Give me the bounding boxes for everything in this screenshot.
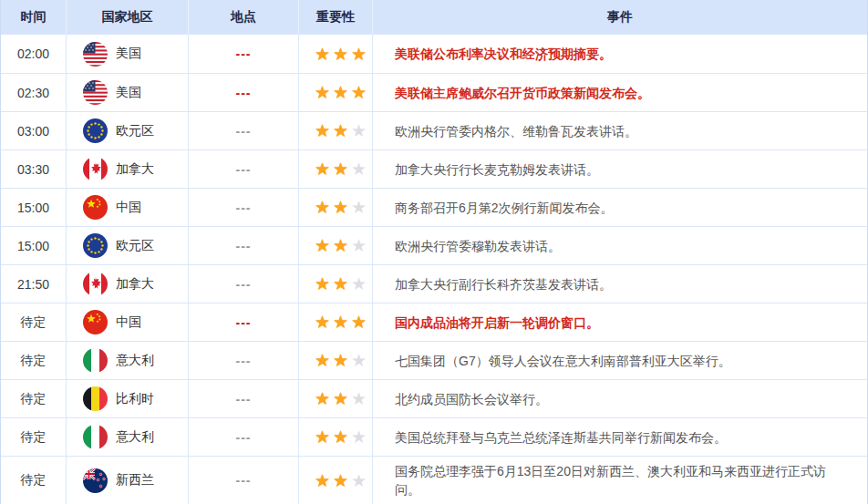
star-empty-icon: ★ (351, 472, 367, 489)
importance-stars: ★★★ (299, 35, 373, 73)
star-filled-icon: ★ (333, 122, 348, 139)
country-cell: 加拿大 (67, 265, 189, 303)
star-filled-icon: ★ (333, 199, 348, 216)
country-cell: 美国 (67, 74, 189, 111)
star-filled-icon: ★ (333, 160, 348, 178)
us-flag-icon (83, 42, 108, 67)
table-row: 02:30 美国 --- ★★★ 美联储主席鲍威尔召开货币政策新闻发布会。 (1, 73, 867, 111)
header-row: 时间 国家地区 地点 重要性 事件 (1, 0, 867, 35)
table-row: 待定 意大利 --- ★★★ 七国集团（G7）领导人会议在意大利南部普利亚大区举… (1, 341, 867, 379)
table-row: 21:50 加拿大 --- ★★★ 加拿大央行副行长科齐茨基发表讲话。 (1, 264, 867, 303)
event-time: 待定 (1, 342, 67, 379)
table-row: 15:00 中国 --- ★★★ 商务部召开6月第2次例行新闻发布会。 (1, 188, 867, 226)
ca-flag-icon (83, 157, 108, 181)
star-filled-icon: ★ (315, 122, 330, 139)
star-filled-icon: ★ (351, 314, 367, 331)
importance-stars: ★★★ (299, 418, 373, 456)
location-cell: --- (189, 342, 299, 379)
star-filled-icon: ★ (333, 314, 348, 331)
star-filled-icon: ★ (333, 84, 348, 101)
importance-stars: ★★★ (299, 265, 373, 303)
event-time: 15:00 (1, 227, 67, 264)
country-cell: 美国 (67, 35, 189, 73)
it-flag-icon (83, 348, 108, 373)
star-filled-icon: ★ (351, 46, 367, 63)
cn-flag-icon (83, 310, 108, 334)
star-filled-icon: ★ (315, 237, 330, 254)
table-row: 待定 新西兰 --- ★★★ 国务院总理李强于6月13日至20日对新西兰、澳大利… (1, 456, 867, 504)
star-filled-icon: ★ (315, 46, 330, 63)
country-cell: 欧元区 (67, 227, 189, 264)
event-time: 待定 (1, 457, 67, 504)
event-description: 加拿大央行行长麦克勒姆发表讲话。 (373, 150, 867, 188)
location-cell: --- (189, 457, 299, 504)
star-empty-icon: ★ (351, 428, 367, 446)
country-name: 意大利 (116, 353, 154, 369)
star-filled-icon: ★ (333, 275, 348, 293)
it-flag-icon (83, 425, 108, 449)
header-country: 国家地区 (67, 0, 189, 35)
nz-flag-icon (83, 468, 108, 493)
star-empty-icon: ★ (351, 352, 367, 369)
star-filled-icon: ★ (315, 275, 330, 293)
location-cell: --- (189, 227, 299, 264)
location-cell: --- (189, 112, 299, 149)
event-description: 北约成员国防长会议举行。 (373, 380, 867, 417)
header-location: 地点 (189, 0, 299, 35)
cn-flag-icon (83, 195, 108, 220)
event-description: 国务院总理李强于6月13日至20日对新西兰、澳大利亚和马来西亚进行正式访问。 (373, 457, 867, 504)
star-filled-icon: ★ (333, 472, 348, 489)
table-row: 待定 中国 --- ★★★ 国内成品油将开启新一轮调价窗口。 (1, 303, 867, 341)
importance-stars: ★★★ (299, 457, 373, 504)
location-cell: --- (189, 380, 299, 417)
star-filled-icon: ★ (333, 390, 348, 407)
eu-flag-icon (83, 233, 108, 258)
country-cell: 欧元区 (67, 112, 189, 149)
star-filled-icon: ★ (315, 428, 330, 446)
event-description: 商务部召开6月第2次例行新闻发布会。 (373, 189, 867, 226)
star-filled-icon: ★ (333, 428, 348, 446)
importance-stars: ★★★ (299, 342, 373, 379)
table-body: 02:00 美国 --- ★★★ 美联储公布利率决议和经济预期摘要。 02:30… (1, 35, 867, 504)
location-cell: --- (189, 35, 299, 73)
country-cell: 新西兰 (67, 457, 189, 504)
country-name: 欧元区 (116, 238, 154, 254)
star-filled-icon: ★ (333, 352, 348, 369)
be-flag-icon (83, 386, 108, 411)
location-cell: --- (189, 303, 299, 341)
event-time: 待定 (1, 380, 67, 417)
star-filled-icon: ★ (333, 237, 348, 254)
country-cell: 意大利 (67, 342, 189, 379)
country-cell: 中国 (67, 303, 189, 341)
header-importance: 重要性 (299, 0, 373, 35)
event-time: 15:00 (1, 189, 67, 226)
country-name: 加拿大 (116, 276, 154, 293)
event-description: 美联储主席鲍威尔召开货币政策新闻发布会。 (373, 74, 867, 111)
country-name: 加拿大 (116, 161, 154, 178)
event-description: 美联储公布利率决议和经济预期摘要。 (373, 35, 867, 73)
location-cell: --- (189, 150, 299, 188)
importance-stars: ★★★ (299, 150, 373, 188)
star-filled-icon: ★ (315, 199, 330, 216)
eu-flag-icon (83, 118, 108, 143)
event-time: 21:50 (1, 265, 67, 303)
star-filled-icon: ★ (315, 390, 330, 407)
us-flag-icon (83, 80, 108, 105)
star-filled-icon: ★ (315, 314, 330, 331)
table-row: 02:00 美国 --- ★★★ 美联储公布利率决议和经济预期摘要。 (1, 35, 867, 73)
country-cell: 比利时 (67, 380, 189, 417)
location-cell: --- (189, 189, 299, 226)
country-cell: 中国 (67, 189, 189, 226)
event-time: 03:00 (1, 112, 67, 149)
table-header: 时间 国家地区 地点 重要性 事件 (1, 0, 867, 35)
star-empty-icon: ★ (351, 237, 367, 254)
star-filled-icon: ★ (315, 472, 330, 489)
country-name: 美国 (116, 46, 141, 62)
country-name: 美国 (116, 85, 141, 101)
header-event: 事件 (373, 0, 867, 35)
importance-stars: ★★★ (299, 380, 373, 417)
location-cell: --- (189, 265, 299, 303)
event-time: 03:30 (1, 150, 67, 188)
event-description: 美国总统拜登与乌克兰总统泽连斯基共同举行新闻发布会。 (373, 418, 867, 456)
importance-stars: ★★★ (299, 227, 373, 264)
